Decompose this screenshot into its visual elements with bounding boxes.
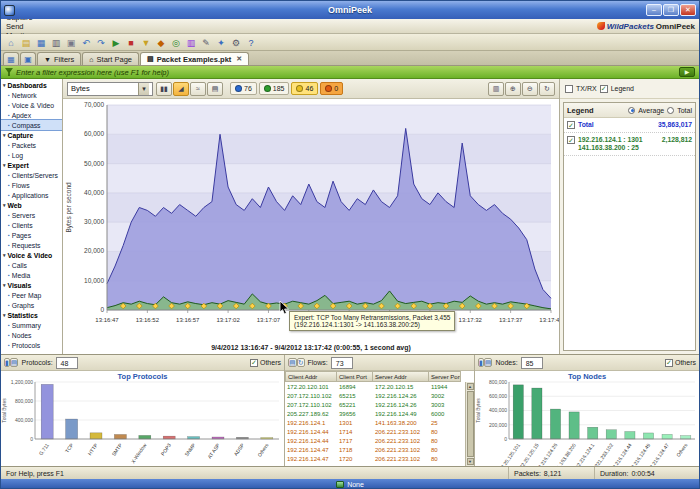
table-icon[interactable]: ▤ (288, 358, 297, 367)
txrx-checkbox[interactable] (565, 85, 573, 93)
sidebar-section-voice-video[interactable]: ▾Voice & Video (1, 250, 62, 260)
filter-bar[interactable]: Enter a filter expression here (use F1 f… (1, 66, 699, 79)
options-icon[interactable]: ⚙ (229, 36, 243, 49)
nodes-chart[interactable]: 0200,000400,000600,000800,000Total Bytes… (475, 371, 699, 466)
sidebar-item-network[interactable]: ▪Network (1, 90, 62, 100)
help-icon[interactable]: ? (244, 36, 258, 49)
redo-icon[interactable]: ↷ (94, 36, 108, 49)
start-capture-icon[interactable]: ▶ (109, 36, 123, 49)
flow-row[interactable]: 207.172.110.10265221192.216.124.263003 (285, 400, 465, 409)
error-event-counter[interactable]: 0 (320, 82, 343, 95)
protocols-chart[interactable]: 0400,000800,0001,200,000Total BytesG.711… (1, 371, 284, 466)
filters-icon[interactable]: ▼ (139, 36, 153, 49)
sidebar-item-summary[interactable]: ▪Summary (1, 320, 62, 330)
print-icon[interactable]: ▥ (49, 36, 63, 49)
tab-close-icon[interactable]: ✕ (236, 55, 242, 63)
graphs-icon[interactable]: ▥ (184, 36, 198, 49)
stacked-chart-button[interactable]: ▤ (207, 82, 223, 96)
sidebar-item-nodes[interactable]: ▪Nodes (1, 330, 62, 340)
compass-icon[interactable]: ✦ (214, 36, 228, 49)
tab-packet-examples-pkt[interactable]: ▤Packet Examples.pkt✕ (140, 52, 249, 65)
chart-type-icon[interactable]: ▮ (4, 358, 10, 367)
zoom-in-icon[interactable]: ⊕ (505, 82, 521, 96)
bar-chart-button[interactable]: ▮▮ (156, 82, 172, 96)
flow-row[interactable]: 207.172.110.10265215192.216.124.263002 (285, 391, 465, 400)
capture-view-icon[interactable]: ▣ (20, 52, 36, 65)
sidebar-item-peer-map[interactable]: ▪Peer Map (1, 290, 62, 300)
minimize-button[interactable]: – (646, 4, 662, 16)
flow-row[interactable]: 192.216.124.441717206.221.233.10280 (285, 436, 465, 445)
sidebar-item-servers[interactable]: ▪Servers (1, 210, 62, 220)
column-header-server-port[interactable]: Server Port (429, 371, 461, 382)
total-radio[interactable] (667, 107, 674, 114)
scrollbar-thumb[interactable] (467, 391, 474, 457)
area-chart-button[interactable]: ◢ (173, 82, 189, 96)
sidebar-item-flows[interactable]: ▪Flows (1, 180, 62, 190)
open-file-icon[interactable]: ▤ (19, 36, 33, 49)
flow-row[interactable]: 192.216.124.471720206.221.233.10280 (285, 454, 465, 463)
scroll-down-icon[interactable] (467, 458, 474, 465)
sidebar-item-protocols[interactable]: ▪Protocols (1, 340, 62, 350)
legend-row[interactable]: Total35,863,017 (564, 118, 695, 133)
nodes-others-checkbox[interactable] (665, 359, 673, 367)
sidebar-item-compass[interactable]: ▪Compass (1, 120, 62, 130)
dashboard-view-icon[interactable]: ▦ (3, 52, 19, 65)
column-header-server-addr[interactable]: Server Addr (373, 371, 429, 382)
column-header-client-port[interactable]: Client Port (337, 371, 373, 382)
tab-start-page[interactable]: ⌂Start Page (82, 52, 139, 65)
zoom-out-icon[interactable]: ⊖ (522, 82, 538, 96)
sidebar-item-clients[interactable]: ▪Clients (1, 220, 62, 230)
sidebar-section-statistics[interactable]: ▾Statistics (1, 310, 62, 320)
sidebar-item-voice-video[interactable]: ▪Voice & Video (1, 100, 62, 110)
scroll-up-icon[interactable] (467, 383, 474, 390)
display-options-icon[interactable]: ▤ (10, 358, 19, 367)
ok-event-counter[interactable]: 185 (259, 82, 290, 95)
flow-row[interactable]: 192.216.124.471718206.221.233.10280 (285, 445, 465, 454)
alarms-icon[interactable]: ◆ (154, 36, 168, 49)
filter-expression-input[interactable]: Enter a filter expression here (use F1 f… (16, 68, 676, 77)
series-checkbox[interactable] (567, 136, 575, 144)
sidebar-section-expert[interactable]: ▾Expert (1, 160, 62, 170)
average-radio[interactable] (628, 107, 635, 114)
maximize-button[interactable]: ❐ (663, 4, 679, 16)
peer-map-icon[interactable]: ◎ (169, 36, 183, 49)
sidebar-item-log[interactable]: ▪Log (1, 150, 62, 160)
menu-send[interactable]: Send (1, 22, 38, 31)
info-event-counter[interactable]: 76 (230, 82, 257, 95)
start-page-icon[interactable]: ⌂ (4, 36, 18, 49)
warn-event-counter[interactable]: 46 (291, 82, 318, 95)
sidebar-item-apdex[interactable]: ▪Apdex (1, 110, 62, 120)
save-icon[interactable]: ▦ (34, 36, 48, 49)
sidebar-item-clients-servers[interactable]: ▪Clients/Servers (1, 170, 62, 180)
apply-filter-button[interactable] (679, 67, 695, 77)
sidebar-item-pages[interactable]: ▪Pages (1, 230, 62, 240)
main-chart[interactable]: 010,00020,00030,00040,00050,00060,00070,… (63, 99, 559, 340)
series-checkbox[interactable] (567, 121, 575, 129)
tab-filters[interactable]: ▼Filters (37, 52, 81, 65)
sidebar-item-packets[interactable]: ▪Packets (1, 140, 62, 150)
sidebar-section-visuals[interactable]: ▾Visuals (1, 280, 62, 290)
flow-row[interactable]: 172.20.120.10116894172.20.120.1511944 (285, 382, 465, 391)
chart-type-icon[interactable]: ▮ (478, 358, 484, 367)
chevron-down-icon[interactable] (138, 83, 149, 95)
sidebar-section-dashboards[interactable]: ▾Dashboards (1, 80, 62, 90)
undo-icon[interactable]: ↶ (79, 36, 93, 49)
sidebar-section-web[interactable]: ▾Web (1, 200, 62, 210)
sidebar-item-applications[interactable]: ▪Applications (1, 190, 62, 200)
display-options-icon[interactable]: ▤ (484, 358, 493, 367)
units-select[interactable]: Bytes (67, 82, 153, 96)
line-chart-button[interactable]: ≈ (190, 82, 206, 96)
stop-capture-icon[interactable]: ■ (124, 36, 138, 49)
flow-row[interactable]: 192.216.124.441714206.221.233.10280 (285, 427, 465, 436)
title-bar[interactable]: OmniPeek –❐✕ (1, 1, 699, 19)
sidebar-section-capture[interactable]: ▾Capture (1, 130, 62, 140)
flow-row[interactable]: 192.216.124.11301141.163.38.20025 (285, 418, 465, 427)
protocols-others-checkbox[interactable] (250, 359, 258, 367)
refresh-flows-icon[interactable]: ↻ (297, 358, 305, 367)
sidebar-item-graphs[interactable]: ▪Graphs (1, 300, 62, 310)
flows-scrollbar[interactable] (465, 382, 474, 466)
sidebar-item-calls[interactable]: ▪Calls (1, 260, 62, 270)
legend-checkbox[interactable] (600, 85, 608, 93)
close-button[interactable]: ✕ (680, 4, 696, 16)
legend-row[interactable]: 192.216.124.1 : 1301141.163.38.200 : 252… (564, 133, 695, 156)
